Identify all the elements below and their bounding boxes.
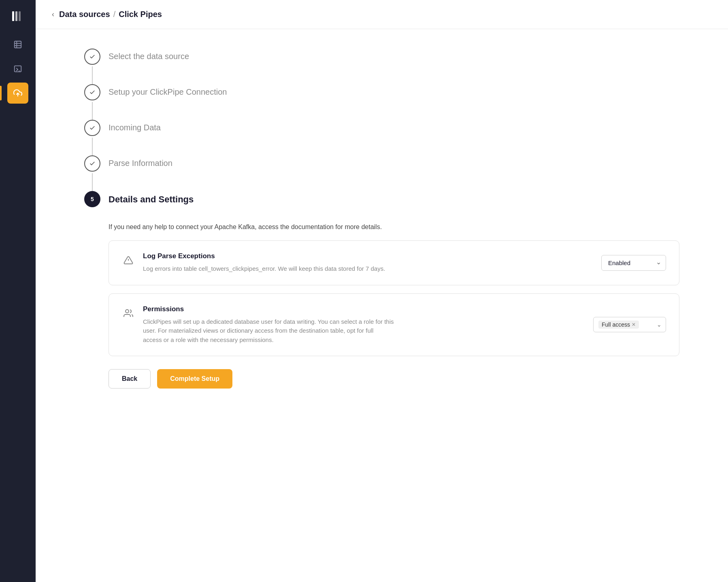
breadcrumb: Data sources / Click Pipes bbox=[59, 10, 162, 19]
permissions-tag-select[interactable]: Full access ✕ ⌄ bbox=[593, 317, 666, 332]
svg-rect-1 bbox=[15, 11, 17, 21]
step-4-circle bbox=[84, 155, 100, 172]
log-parse-description: Log errors into table cell_towers_clickp… bbox=[143, 264, 394, 274]
step-2-label: Setup your ClickPipe Connection bbox=[109, 84, 227, 97]
back-arrow[interactable]: ‹ bbox=[52, 10, 54, 19]
warning-icon bbox=[122, 254, 135, 267]
log-parse-content: Log Parse Exceptions Log errors into tab… bbox=[143, 252, 593, 274]
step-3-label: Incoming Data bbox=[109, 120, 161, 132]
step-5-circle: 5 bbox=[84, 191, 100, 207]
permissions-tag-value: Full access bbox=[602, 321, 630, 328]
sidebar bbox=[0, 0, 36, 582]
step-2: Setup your ClickPipe Connection bbox=[84, 84, 679, 100]
log-parse-select[interactable]: Enabled Disabled bbox=[601, 255, 666, 271]
log-parse-card: Log Parse Exceptions Log errors into tab… bbox=[109, 240, 679, 285]
back-button[interactable]: Back bbox=[109, 369, 151, 389]
step-4: Parse Information bbox=[84, 155, 679, 172]
step-1: Select the data source bbox=[84, 49, 679, 65]
svg-rect-3 bbox=[15, 41, 21, 48]
sidebar-item-terminal[interactable] bbox=[7, 58, 28, 79]
permissions-content: Permissions ClickPipes will set up a ded… bbox=[143, 305, 585, 345]
permissions-title: Permissions bbox=[143, 305, 585, 313]
svg-rect-0 bbox=[12, 11, 14, 21]
svg-rect-7 bbox=[15, 66, 21, 72]
permissions-card: Permissions ClickPipes will set up a ded… bbox=[109, 293, 679, 357]
permissions-control[interactable]: Full access ✕ ⌄ bbox=[593, 317, 666, 332]
content-area: Select the data source Setup your ClickP… bbox=[36, 29, 728, 582]
sidebar-item-table[interactable] bbox=[7, 34, 28, 55]
step-4-label: Parse Information bbox=[109, 155, 172, 168]
step-3-circle bbox=[84, 120, 100, 136]
button-row: Back Complete Setup bbox=[109, 369, 679, 389]
svg-point-12 bbox=[126, 310, 129, 313]
header: ‹ Data sources / Click Pipes bbox=[36, 0, 728, 29]
step-2-circle bbox=[84, 84, 100, 100]
step-1-circle bbox=[84, 49, 100, 65]
breadcrumb-separator: / bbox=[113, 10, 116, 19]
step-3: Incoming Data bbox=[84, 120, 679, 136]
permissions-chevron-icon: ⌄ bbox=[657, 321, 662, 328]
steps-list: Select the data source Setup your ClickP… bbox=[84, 49, 679, 207]
sidebar-item-upload[interactable] bbox=[7, 83, 28, 104]
step-1-label: Select the data source bbox=[109, 49, 189, 61]
log-parse-control[interactable]: Enabled Disabled bbox=[601, 255, 666, 271]
step-5-label: Details and Settings bbox=[109, 191, 194, 205]
complete-setup-button[interactable]: Complete Setup bbox=[157, 369, 232, 389]
breadcrumb-current: Click Pipes bbox=[119, 10, 162, 19]
breadcrumb-parent: Data sources bbox=[59, 10, 110, 19]
permissions-tag-close[interactable]: ✕ bbox=[632, 322, 636, 327]
permissions-tag-badge: Full access ✕ bbox=[598, 321, 639, 329]
app-logo bbox=[10, 8, 26, 24]
user-icon bbox=[122, 307, 135, 320]
svg-rect-2 bbox=[19, 11, 21, 21]
step-5: 5 Details and Settings bbox=[84, 191, 679, 207]
main-content: ‹ Data sources / Click Pipes Select bbox=[36, 0, 728, 582]
permissions-description: ClickPipes will set up a dedicated datab… bbox=[143, 317, 394, 345]
log-parse-title: Log Parse Exceptions bbox=[143, 252, 593, 260]
settings-description: If you need any help to connect your Apa… bbox=[109, 223, 679, 231]
log-parse-select-wrapper[interactable]: Enabled Disabled bbox=[601, 255, 666, 271]
